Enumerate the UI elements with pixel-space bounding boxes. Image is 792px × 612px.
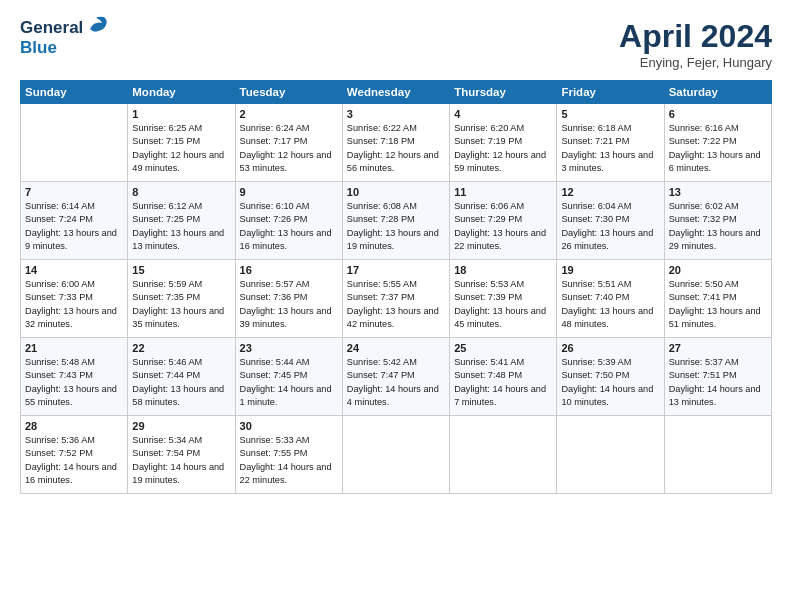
- daylight-text: Daylight: 13 hours and 13 minutes.: [132, 228, 224, 251]
- sunrise-text: Sunrise: 6:02 AM: [669, 201, 739, 211]
- day-info: Sunrise: 5:46 AM Sunset: 7:44 PM Dayligh…: [132, 356, 230, 409]
- calendar-cell: 8 Sunrise: 6:12 AM Sunset: 7:25 PM Dayli…: [128, 182, 235, 260]
- calendar-cell: 2 Sunrise: 6:24 AM Sunset: 7:17 PM Dayli…: [235, 104, 342, 182]
- calendar-cell: 9 Sunrise: 6:10 AM Sunset: 7:26 PM Dayli…: [235, 182, 342, 260]
- sunrise-text: Sunrise: 5:57 AM: [240, 279, 310, 289]
- sunrise-text: Sunrise: 5:50 AM: [669, 279, 739, 289]
- day-number: 11: [454, 186, 552, 198]
- day-info: Sunrise: 5:51 AM Sunset: 7:40 PM Dayligh…: [561, 278, 659, 331]
- day-number: 23: [240, 342, 338, 354]
- sunrise-text: Sunrise: 6:25 AM: [132, 123, 202, 133]
- calendar-cell: 28 Sunrise: 5:36 AM Sunset: 7:52 PM Dayl…: [21, 416, 128, 494]
- calendar-cell: 22 Sunrise: 5:46 AM Sunset: 7:44 PM Dayl…: [128, 338, 235, 416]
- sunrise-text: Sunrise: 5:41 AM: [454, 357, 524, 367]
- calendar-week-5: 28 Sunrise: 5:36 AM Sunset: 7:52 PM Dayl…: [21, 416, 772, 494]
- sunset-text: Sunset: 7:43 PM: [25, 370, 93, 380]
- daylight-text: Daylight: 13 hours and 35 minutes.: [132, 306, 224, 329]
- title-block: April 2024 Enying, Fejer, Hungary: [619, 18, 772, 70]
- day-info: Sunrise: 6:06 AM Sunset: 7:29 PM Dayligh…: [454, 200, 552, 253]
- day-info: Sunrise: 6:22 AM Sunset: 7:18 PM Dayligh…: [347, 122, 445, 175]
- sunrise-text: Sunrise: 6:10 AM: [240, 201, 310, 211]
- calendar-cell: [342, 416, 449, 494]
- day-number: 12: [561, 186, 659, 198]
- calendar-cell: 27 Sunrise: 5:37 AM Sunset: 7:51 PM Dayl…: [664, 338, 771, 416]
- calendar-cell: 14 Sunrise: 6:00 AM Sunset: 7:33 PM Dayl…: [21, 260, 128, 338]
- sunset-text: Sunset: 7:51 PM: [669, 370, 737, 380]
- sunrise-text: Sunrise: 5:39 AM: [561, 357, 631, 367]
- day-info: Sunrise: 6:12 AM Sunset: 7:25 PM Dayligh…: [132, 200, 230, 253]
- calendar-cell: 13 Sunrise: 6:02 AM Sunset: 7:32 PM Dayl…: [664, 182, 771, 260]
- calendar-cell: [21, 104, 128, 182]
- calendar-cell: 15 Sunrise: 5:59 AM Sunset: 7:35 PM Dayl…: [128, 260, 235, 338]
- day-info: Sunrise: 6:20 AM Sunset: 7:19 PM Dayligh…: [454, 122, 552, 175]
- day-number: 3: [347, 108, 445, 120]
- daylight-text: Daylight: 13 hours and 51 minutes.: [669, 306, 761, 329]
- day-number: 18: [454, 264, 552, 276]
- bird-icon: [86, 15, 108, 37]
- day-number: 9: [240, 186, 338, 198]
- daylight-text: Daylight: 14 hours and 7 minutes.: [454, 384, 546, 407]
- day-number: 22: [132, 342, 230, 354]
- daylight-text: Daylight: 13 hours and 55 minutes.: [25, 384, 117, 407]
- sunset-text: Sunset: 7:26 PM: [240, 214, 308, 224]
- day-number: 7: [25, 186, 123, 198]
- calendar-week-4: 21 Sunrise: 5:48 AM Sunset: 7:43 PM Dayl…: [21, 338, 772, 416]
- day-info: Sunrise: 6:10 AM Sunset: 7:26 PM Dayligh…: [240, 200, 338, 253]
- day-number: 24: [347, 342, 445, 354]
- weekday-header-tuesday: Tuesday: [235, 81, 342, 104]
- header: General Blue April 2024 Enying, Fejer, H…: [20, 18, 772, 70]
- day-number: 2: [240, 108, 338, 120]
- calendar-cell: 12 Sunrise: 6:04 AM Sunset: 7:30 PM Dayl…: [557, 182, 664, 260]
- sunrise-text: Sunrise: 6:12 AM: [132, 201, 202, 211]
- day-info: Sunrise: 5:53 AM Sunset: 7:39 PM Dayligh…: [454, 278, 552, 331]
- sunset-text: Sunset: 7:29 PM: [454, 214, 522, 224]
- sunset-text: Sunset: 7:18 PM: [347, 136, 415, 146]
- day-info: Sunrise: 5:44 AM Sunset: 7:45 PM Dayligh…: [240, 356, 338, 409]
- calendar-cell: 29 Sunrise: 5:34 AM Sunset: 7:54 PM Dayl…: [128, 416, 235, 494]
- day-number: 17: [347, 264, 445, 276]
- calendar-cell: 20 Sunrise: 5:50 AM Sunset: 7:41 PM Dayl…: [664, 260, 771, 338]
- day-info: Sunrise: 5:37 AM Sunset: 7:51 PM Dayligh…: [669, 356, 767, 409]
- day-info: Sunrise: 6:14 AM Sunset: 7:24 PM Dayligh…: [25, 200, 123, 253]
- daylight-text: Daylight: 13 hours and 42 minutes.: [347, 306, 439, 329]
- sunrise-text: Sunrise: 5:33 AM: [240, 435, 310, 445]
- daylight-text: Daylight: 13 hours and 19 minutes.: [347, 228, 439, 251]
- calendar-cell: 16 Sunrise: 5:57 AM Sunset: 7:36 PM Dayl…: [235, 260, 342, 338]
- logo: General Blue: [20, 18, 108, 58]
- sunset-text: Sunset: 7:37 PM: [347, 292, 415, 302]
- daylight-text: Daylight: 12 hours and 49 minutes.: [132, 150, 224, 173]
- daylight-text: Daylight: 13 hours and 45 minutes.: [454, 306, 546, 329]
- sunset-text: Sunset: 7:35 PM: [132, 292, 200, 302]
- sunset-text: Sunset: 7:52 PM: [25, 448, 93, 458]
- weekday-header-monday: Monday: [128, 81, 235, 104]
- day-number: 21: [25, 342, 123, 354]
- sunrise-text: Sunrise: 5:44 AM: [240, 357, 310, 367]
- sunrise-text: Sunrise: 6:04 AM: [561, 201, 631, 211]
- calendar-cell: 21 Sunrise: 5:48 AM Sunset: 7:43 PM Dayl…: [21, 338, 128, 416]
- day-number: 30: [240, 420, 338, 432]
- sunrise-text: Sunrise: 5:51 AM: [561, 279, 631, 289]
- sunset-text: Sunset: 7:48 PM: [454, 370, 522, 380]
- calendar-cell: 25 Sunrise: 5:41 AM Sunset: 7:48 PM Dayl…: [450, 338, 557, 416]
- calendar-cell: 11 Sunrise: 6:06 AM Sunset: 7:29 PM Dayl…: [450, 182, 557, 260]
- day-number: 14: [25, 264, 123, 276]
- daylight-text: Daylight: 14 hours and 22 minutes.: [240, 462, 332, 485]
- weekday-header-wednesday: Wednesday: [342, 81, 449, 104]
- calendar-week-3: 14 Sunrise: 6:00 AM Sunset: 7:33 PM Dayl…: [21, 260, 772, 338]
- calendar-week-2: 7 Sunrise: 6:14 AM Sunset: 7:24 PM Dayli…: [21, 182, 772, 260]
- logo-general: General: [20, 18, 83, 38]
- sunrise-text: Sunrise: 6:22 AM: [347, 123, 417, 133]
- calendar-cell: 4 Sunrise: 6:20 AM Sunset: 7:19 PM Dayli…: [450, 104, 557, 182]
- sunset-text: Sunset: 7:28 PM: [347, 214, 415, 224]
- sunset-text: Sunset: 7:19 PM: [454, 136, 522, 146]
- sunset-text: Sunset: 7:54 PM: [132, 448, 200, 458]
- daylight-text: Daylight: 14 hours and 1 minute.: [240, 384, 332, 407]
- day-number: 15: [132, 264, 230, 276]
- sunrise-text: Sunrise: 5:53 AM: [454, 279, 524, 289]
- sunrise-text: Sunrise: 5:37 AM: [669, 357, 739, 367]
- sunset-text: Sunset: 7:17 PM: [240, 136, 308, 146]
- daylight-text: Daylight: 14 hours and 10 minutes.: [561, 384, 653, 407]
- day-number: 16: [240, 264, 338, 276]
- calendar-cell: [557, 416, 664, 494]
- calendar-cell: 26 Sunrise: 5:39 AM Sunset: 7:50 PM Dayl…: [557, 338, 664, 416]
